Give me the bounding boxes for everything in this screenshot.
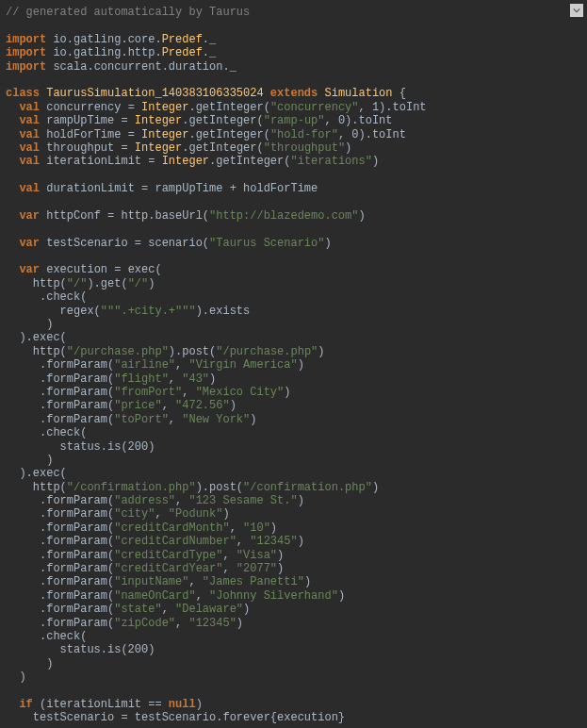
expand-icon[interactable] (570, 4, 583, 17)
comment-line: // generated automatically by Taurus (6, 6, 250, 19)
kw-if: if (19, 698, 32, 711)
code-block: // generated automatically by Taurus imp… (0, 0, 587, 728)
kw-class: class (6, 87, 40, 100)
kw-import: import (6, 33, 46, 46)
class-name: TaurusSimulation_140383106335024 (46, 87, 263, 100)
